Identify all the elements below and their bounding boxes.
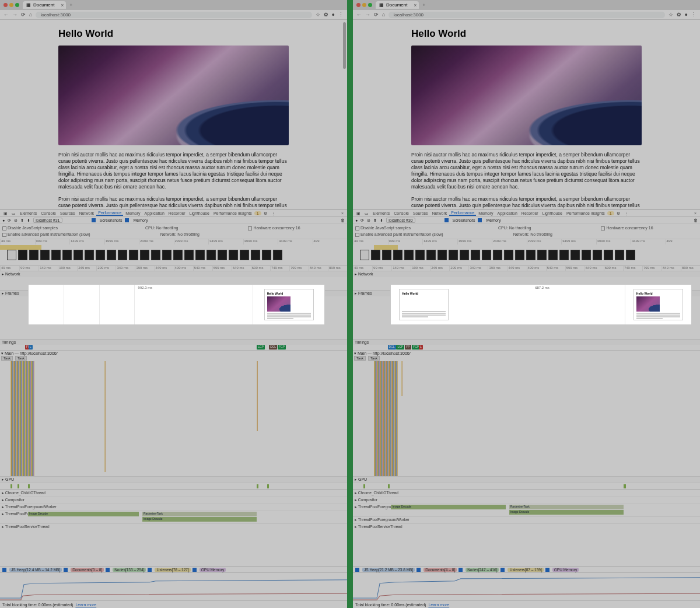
main-flame[interactable]: ▾ Main — http://localhost:3000/ Task Tas… (353, 351, 700, 476)
thread-chrome-child[interactable]: ▸ Chrome_ChildIOThread (0, 490, 347, 497)
tag-dcl[interactable]: DCL (388, 345, 396, 350)
thread-fg-worker[interactable]: ▸ ThreadPoolForegroundWorker (0, 504, 347, 511)
warn-badge[interactable]: 1 (607, 211, 614, 215)
menu-icon[interactable]: ⋮ (338, 12, 344, 18)
new-tab-button[interactable]: + (66, 2, 76, 8)
legend-item[interactable]: Documents[0 – 8] (71, 568, 104, 572)
profile-select[interactable]: localhost #30 (386, 218, 415, 223)
reload-icon[interactable]: ⟳ (21, 12, 26, 18)
legend-item[interactable]: JS Heap[21.2 MB – 23.8 MB] (362, 568, 415, 572)
legend-item[interactable]: Listeners[87 – 139] (508, 568, 543, 572)
hw-checkbox[interactable] (601, 226, 605, 230)
screenshots-checkbox[interactable] (444, 218, 449, 222)
memory-checkbox[interactable] (478, 218, 482, 222)
section-timings[interactable]: Timings (0, 340, 347, 345)
legend-item[interactable]: Documents[4 – 8] (424, 568, 457, 572)
overview-timeline[interactable]: 49 ms999 ms1499 ms1999 ms2499 ms2999 ms3… (0, 239, 347, 266)
clear-icon[interactable]: ⊘ (367, 218, 370, 223)
settings-icon[interactable]: ⚙ (262, 211, 269, 216)
adv-paint-checkbox[interactable] (355, 233, 359, 237)
legend-checkbox[interactable] (355, 568, 359, 572)
adv-paint-checkbox[interactable] (2, 233, 6, 237)
home-icon[interactable]: ⌂ (29, 12, 32, 18)
dt-tab[interactable]: Performance insights (212, 211, 254, 215)
dt-tab-active[interactable]: Performance (449, 211, 476, 216)
load-icon[interactable]: ⬆ (20, 218, 24, 223)
dt-tab[interactable]: Console (39, 211, 58, 215)
dt-tab[interactable]: Console (392, 211, 411, 215)
thread-compositor[interactable]: ▸ Compositor (0, 497, 347, 504)
legend-checkbox[interactable] (106, 568, 110, 572)
back-icon[interactable]: ← (4, 12, 9, 18)
record-icon[interactable]: ● (355, 218, 358, 222)
job-raster[interactable]: RasterizerTask (142, 512, 257, 516)
tag-l[interactable]: L (419, 345, 423, 350)
learn-more-link[interactable]: Learn more (428, 603, 449, 607)
section-timings[interactable]: Timings (353, 340, 700, 345)
dt-tab[interactable]: Elements (371, 211, 391, 215)
close-icon[interactable]: × (340, 211, 345, 215)
heap-graph[interactable] (0, 572, 347, 600)
frame-thumbnail[interactable]: Hello World (634, 289, 683, 320)
dt-tab[interactable]: Network (430, 211, 449, 215)
legend-checkbox[interactable] (459, 568, 463, 572)
legend-item[interactable]: Nodes[133 – 254] (113, 568, 146, 572)
flame-graph[interactable] (353, 361, 700, 476)
frame-thumbnail[interactable]: Hello World (399, 289, 449, 320)
learn-more-link[interactable]: Learn more (75, 603, 96, 607)
tag-l[interactable]: L (29, 345, 33, 350)
disable-js-checkbox[interactable] (2, 226, 6, 230)
thread-compositor[interactable]: ▸ Compositor (353, 497, 700, 504)
close-icon[interactable]: × (414, 2, 416, 8)
tag-fp[interactable]: FP (405, 345, 411, 350)
thread-fg-worker[interactable]: ▸ ThreadPoolForegroundWorker (353, 516, 700, 523)
cpu-select[interactable]: No throttling (509, 226, 531, 230)
thread-service[interactable]: ▸ ThreadPoolServiceThread (0, 523, 347, 530)
tag-fcp[interactable]: FCP (278, 345, 286, 350)
dt-tab[interactable]: Sources (58, 211, 77, 215)
section-network[interactable]: ▸ Network (353, 271, 700, 277)
tag-lcp[interactable]: LCP (396, 345, 404, 350)
device-icon[interactable]: ▭ (10, 211, 18, 216)
legend-item[interactable]: GPU Memory (552, 568, 579, 572)
section-network[interactable]: ▸ Network (0, 271, 347, 277)
warn-badge[interactable]: 1 (254, 211, 261, 215)
gpu-track[interactable] (0, 483, 347, 489)
legend-item[interactable]: Listeners[78 – 127] (155, 568, 190, 572)
dt-tab[interactable]: Application (143, 211, 166, 215)
dt-tab[interactable]: Elements (18, 211, 38, 215)
url-field[interactable]: localhost:3000 (36, 12, 312, 18)
gpu-track[interactable] (353, 483, 700, 489)
task-btn[interactable]: Task (368, 356, 380, 361)
device-icon[interactable]: ▭ (363, 211, 370, 216)
dt-tab[interactable]: Memory (124, 211, 142, 215)
dt-tab[interactable]: Performance insights (565, 211, 607, 215)
back-icon[interactable]: ← (356, 12, 362, 18)
home-icon[interactable]: ⌂ (382, 12, 385, 18)
close-icon[interactable]: × (692, 211, 698, 215)
save-icon[interactable]: ⬇ (27, 218, 30, 223)
legend-item[interactable]: JS Heap[12.4 MB – 14.2 MB] (9, 568, 62, 572)
cpu-select[interactable]: No throttling (156, 226, 178, 230)
frame-thumbnail[interactable]: Hello World (264, 289, 314, 320)
task-btn[interactable]: Task (1, 356, 13, 361)
disable-js-checkbox[interactable] (355, 226, 359, 230)
reload-icon[interactable]: ⟳ (374, 12, 379, 18)
new-tab-button[interactable]: + (419, 2, 429, 8)
scrollbar[interactable] (343, 22, 346, 69)
task-btn[interactable]: Task (15, 356, 27, 361)
heap-graph[interactable] (353, 572, 700, 600)
extensions-icon[interactable]: ✿ (324, 12, 328, 18)
legend-checkbox[interactable] (192, 568, 197, 572)
load-icon[interactable]: ⬆ (373, 218, 377, 223)
thread-service[interactable]: ▸ ThreadPoolServiceThread (353, 523, 700, 530)
job-image-decode[interactable]: Image Decode (391, 505, 505, 509)
dt-tab[interactable]: Application (496, 211, 519, 215)
legend-checkbox[interactable] (416, 568, 421, 572)
dt-tab[interactable]: Lighthouse (188, 211, 211, 215)
flame-graph[interactable] (0, 361, 347, 476)
browser-tab[interactable]: ▦ Document × (23, 1, 66, 9)
dt-tab-active[interactable]: Performance (96, 211, 123, 216)
net-select[interactable]: No throttling (530, 232, 552, 236)
traffic-lights[interactable] (0, 3, 23, 7)
